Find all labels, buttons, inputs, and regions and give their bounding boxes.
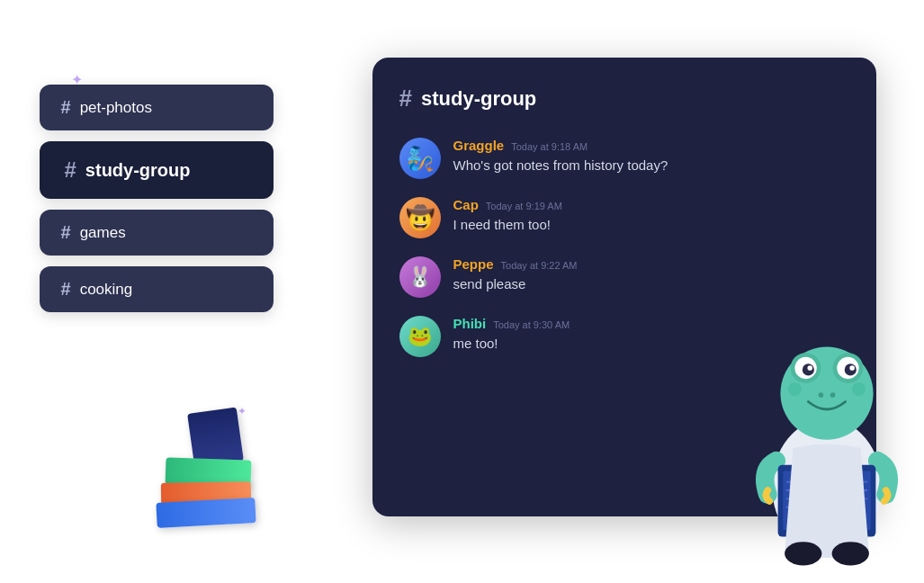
svg-point-25 [785, 542, 821, 565]
message-1: Graggle Today at 9:18 AM Who's got notes… [399, 138, 849, 179]
sparkle-decoration: ✦ [238, 405, 247, 417]
svg-point-26 [831, 542, 868, 565]
hash-icon: # [61, 222, 71, 243]
timestamp-2: Today at 9:19 AM [486, 201, 562, 211]
chat-channel-name: study-group [421, 87, 536, 111]
username-cap: Cap [453, 197, 479, 212]
books-illustration [148, 435, 274, 525]
message-text-3: send please [453, 274, 578, 293]
username-graggle: Graggle [453, 138, 505, 153]
chat-header: # study-group [399, 85, 849, 112]
message-meta-4: Phibi Today at 9:30 AM [453, 316, 570, 331]
username-peppe: Peppe [453, 256, 494, 272]
message-content-3: Peppe Today at 9:22 AM send please [453, 256, 578, 293]
avatar-graggle [399, 138, 441, 179]
svg-point-13 [830, 392, 835, 398]
frog-svg [737, 300, 917, 570]
channel-item-study-group[interactable]: # study-group [40, 141, 274, 199]
channel-item-games[interactable]: # games [40, 210, 274, 256]
books-stack [148, 435, 274, 525]
channel-item-cooking[interactable]: # cooking [40, 266, 274, 312]
message-content-1: Graggle Today at 9:18 AM Who's got notes… [453, 138, 668, 175]
timestamp-4: Today at 9:30 AM [493, 319, 570, 330]
svg-point-11 [852, 382, 866, 396]
svg-point-12 [818, 392, 823, 398]
timestamp-3: Today at 9:22 AM [501, 260, 578, 271]
message-text-2: I need them too! [453, 215, 562, 234]
message-content-2: Cap Today at 9:19 AM I need them too! [453, 197, 562, 234]
message-meta-1: Graggle Today at 9:18 AM [453, 138, 668, 153]
channel-list: # pet-photos # study-group # games # coo… [40, 85, 274, 312]
svg-point-8 [807, 365, 812, 371]
message-2: Cap Today at 9:19 AM I need them too! [399, 197, 849, 238]
avatar-cap [399, 197, 441, 238]
channel-hash-icon: # [399, 85, 412, 112]
message-3: Peppe Today at 9:22 AM send please [399, 256, 849, 298]
hash-icon: # [65, 157, 76, 183]
frog-character [737, 300, 917, 570]
svg-point-9 [849, 365, 855, 371]
channel-item-pet-photos[interactable]: # pet-photos [40, 85, 274, 130]
svg-point-10 [787, 382, 801, 396]
channel-label: games [80, 224, 126, 242]
hash-icon: # [61, 279, 71, 300]
avatar-phibi [399, 316, 441, 357]
message-text-1: Who's got notes from history today? [453, 156, 668, 175]
book-blue [156, 498, 256, 528]
channel-label: pet-photos [80, 99, 152, 117]
username-phibi: Phibi [453, 316, 487, 331]
message-meta-3: Peppe Today at 9:22 AM [453, 256, 578, 272]
hash-icon: # [61, 97, 71, 118]
avatar-peppe [399, 256, 441, 298]
scene: ✦ ✦ ✦ ✦ ✦ # pet-photos # study-group # g… [22, 31, 903, 552]
channel-label: study-group [85, 160, 191, 181]
message-content-4: Phibi Today at 9:30 AM me too! [453, 316, 570, 353]
channel-label: cooking [80, 281, 133, 299]
timestamp-1: Today at 9:18 AM [511, 141, 588, 152]
message-text-4: me too! [453, 334, 570, 353]
message-meta-2: Cap Today at 9:19 AM [453, 197, 562, 212]
